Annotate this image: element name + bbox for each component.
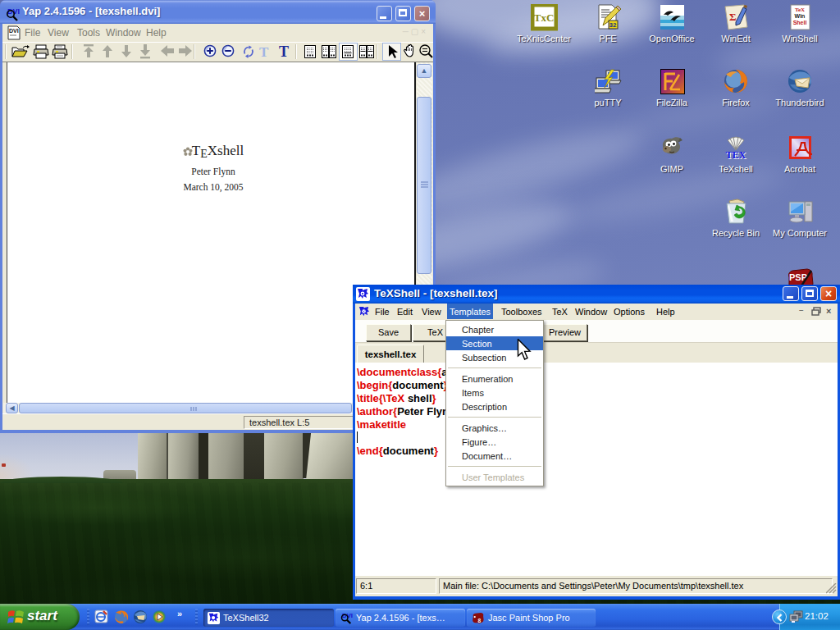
svg-text:T: T [279, 43, 289, 60]
svg-text:DVI: DVI [9, 28, 19, 34]
svg-text:TxC: TxC [533, 11, 554, 24]
svg-text:Win: Win [794, 13, 805, 19]
svg-text:32: 32 [609, 21, 616, 29]
svg-text:Shell: Shell [792, 20, 806, 25]
svg-text:TEX: TEX [725, 149, 746, 161]
svg-text:T: T [259, 44, 269, 60]
svg-text:TeX: TeX [794, 7, 804, 13]
svg-text:8: 8 [478, 617, 482, 623]
svg-text:Σ: Σ [729, 11, 737, 23]
